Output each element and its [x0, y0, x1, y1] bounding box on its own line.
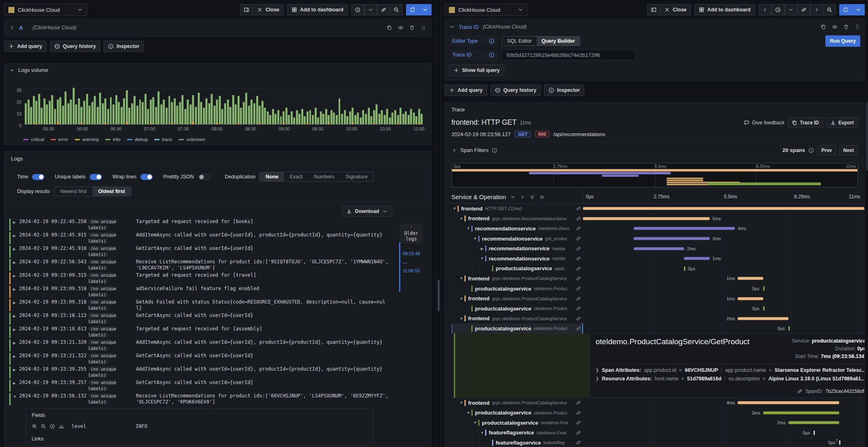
- collapse-one-icon[interactable]: [510, 194, 516, 200]
- legend-item-unknown[interactable]: unknown: [179, 137, 205, 142]
- log-expand-chevron[interactable]: ▶: [13, 353, 19, 365]
- log-row[interactable]: ▼2024-02-19 09:23:56.132(no unique label…: [9, 392, 390, 406]
- legend-item-info[interactable]: info: [105, 137, 121, 142]
- info-icon[interactable]: [489, 52, 494, 58]
- span-expand-chevron[interactable]: ▼: [472, 421, 478, 425]
- run-query-button[interactable]: Run Query: [825, 35, 860, 47]
- zoom-out-filter-icon[interactable]: [41, 423, 46, 429]
- span-expand-chevron[interactable]: ▼: [458, 297, 464, 301]
- query-history-button-right[interactable]: Query history: [490, 85, 541, 96]
- log-row[interactable]: ▶2024-02-19 09:23:18.113(no unique label…: [9, 312, 390, 325]
- span-duration-tick[interactable]: [763, 286, 764, 291]
- zoom-out-button-left[interactable]: [390, 4, 403, 15]
- drag-handle-icon[interactable]: [855, 24, 860, 30]
- span-duration-bar[interactable]: [684, 257, 709, 260]
- download-button[interactable]: Download: [342, 206, 392, 217]
- legend-item-critical[interactable]: critical: [23, 137, 44, 142]
- span-link-icon[interactable]: [576, 430, 581, 436]
- span-link-icon[interactable]: [576, 226, 581, 231]
- datasource-picker-right[interactable]: ClickHouse Cloud: [445, 4, 528, 16]
- span-duration-bar[interactable]: [738, 317, 788, 320]
- older-logs-button[interactable]: ⌃ Older logs: [399, 224, 423, 244]
- log-row[interactable]: ▶2024-02-19 09:23:09.315(no unique label…: [9, 271, 390, 285]
- order-option-oldest-first[interactable]: Oldest first: [93, 187, 131, 196]
- span-row[interactable]: ▼frontendHTTP GET (11ms): [451, 204, 864, 214]
- span-filters-chevron[interactable]: [451, 148, 457, 153]
- span-row[interactable]: ▼frontendgrpc.oteldemo.RecommendationSer…: [451, 214, 864, 224]
- refresh-button-right[interactable]: [839, 4, 852, 15]
- span-row[interactable]: ▼recommendationservice/otelde1ms: [451, 254, 864, 264]
- add-query-button-right[interactable]: Add query: [445, 85, 487, 96]
- span-expand-chevron[interactable]: ▼: [458, 276, 464, 280]
- span-duration-bar[interactable]: [583, 217, 710, 220]
- show-full-query-button[interactable]: Show full query: [449, 65, 504, 76]
- disable-query-icon[interactable]: [398, 25, 404, 30]
- dedup-option-none[interactable]: None: [260, 172, 284, 181]
- log-expand-chevron[interactable]: ▶: [13, 299, 19, 311]
- log-expand-chevron[interactable]: ▶: [13, 259, 19, 271]
- expand-all-icon[interactable]: [539, 194, 545, 200]
- span-row[interactable]: ▼frontendgrpc.oteldemo.ProductCatalogSer…: [451, 398, 864, 408]
- log-expand-chevron[interactable]: ▶: [13, 380, 19, 392]
- query-ref-letter[interactable]: A: [19, 25, 23, 31]
- span-row[interactable]: ▼featureflagservice/oteldemo.Feat0μs: [451, 428, 864, 438]
- toggle-visibility-icon[interactable]: [50, 423, 55, 429]
- legend-item-debug[interactable]: debug: [127, 137, 148, 142]
- expand-one-icon[interactable]: [520, 194, 525, 200]
- drag-handle-icon[interactable]: [421, 25, 426, 30]
- span-expand-chevron[interactable]: ▼: [458, 317, 464, 321]
- copy-trace-id-button[interactable]: Trace ID: [788, 117, 823, 128]
- span-link-icon[interactable]: [576, 246, 581, 252]
- time-toggle[interactable]: [32, 174, 44, 180]
- inspector-button-right[interactable]: Inspector: [544, 85, 584, 96]
- span-duration-bar[interactable]: [634, 227, 735, 230]
- refresh-button-left[interactable]: [406, 4, 419, 15]
- span-row[interactable]: productcatalogserviceoteldemo.Produc0μs: [451, 323, 864, 334]
- zoom-in-filter-icon[interactable]: [32, 423, 37, 429]
- log-row[interactable]: ▶2024-02-19 09:23:09.318(no unique label…: [9, 285, 390, 298]
- log-expand-chevron[interactable]: ▶: [13, 286, 19, 298]
- span-expand-chevron[interactable]: ▼: [451, 206, 458, 210]
- span-row[interactable]: ▼recommendationservice/oteldemo.Reco4ms: [451, 224, 864, 234]
- span-expand-chevron[interactable]: ▼: [458, 401, 464, 405]
- span-duration-tick[interactable]: [814, 430, 815, 435]
- span-row[interactable]: productcatalogserviceoteldemo.Produc0μs: [451, 284, 864, 294]
- span-duration-tick[interactable]: [684, 266, 685, 271]
- span-row[interactable]: productcatalogserviceoteldemo.Produc0μs: [451, 304, 864, 314]
- duplicate-query-icon[interactable]: [820, 24, 826, 30]
- span-row[interactable]: ▼frontendgrpc.oteldemo.ProductCatalogSer…: [451, 273, 864, 284]
- span-row[interactable]: featureflagservicefeatureflag0μs: [451, 438, 864, 447]
- divider-scrollbar-thumb[interactable]: [438, 280, 440, 311]
- time-shift-back-button[interactable]: [758, 4, 771, 15]
- editor-type-query-builder[interactable]: Query Builder: [537, 37, 580, 46]
- datasource-picker-left[interactable]: ClickHouse Cloud: [4, 4, 87, 16]
- span-filters-label[interactable]: Span Filters: [460, 147, 488, 153]
- span-link-icon[interactable]: [576, 286, 581, 291]
- duplicate-query-icon[interactable]: [386, 25, 392, 30]
- dedup-option-exact[interactable]: Exact: [284, 172, 308, 181]
- give-feedback-button[interactable]: Give feedback: [744, 120, 784, 126]
- log-row[interactable]: ▶2024-02-19 09:23:09.318(no unique label…: [9, 298, 390, 312]
- trace-minimap[interactable]: 0μs2.75ms5.5ms8.25ms11ms: [451, 163, 858, 187]
- wrap-lines-toggle[interactable]: [140, 174, 153, 180]
- span-duration-bar[interactable]: [738, 401, 839, 404]
- span-link-icon[interactable]: [576, 420, 581, 425]
- span-duration-tick[interactable]: [839, 440, 840, 445]
- editor-type-sql-editor[interactable]: SQL Editor: [502, 37, 537, 46]
- log-expand-chevron[interactable]: ▶: [13, 339, 19, 352]
- span-link-icon[interactable]: [576, 410, 581, 416]
- share-link-button-right[interactable]: [797, 4, 810, 15]
- split-close-right-button[interactable]: [647, 4, 660, 15]
- span-link-icon[interactable]: [576, 400, 581, 406]
- span-link-icon[interactable]: [576, 206, 581, 211]
- log-row[interactable]: ▶2024-02-19 09:23:21.320(no unique label…: [9, 339, 390, 352]
- query-collapse-chevron[interactable]: [9, 25, 15, 30]
- panel-collapse-chevron[interactable]: [9, 67, 15, 73]
- span-link-icon[interactable]: [576, 325, 581, 331]
- log-expand-chevron[interactable]: ▶: [13, 245, 19, 258]
- query-history-button-left[interactable]: Query history: [50, 41, 100, 52]
- span-duration-bar[interactable]: [738, 277, 763, 280]
- span-duration-bar[interactable]: [763, 411, 839, 414]
- add-to-dashboard-button-right[interactable]: Add to dashboard: [694, 4, 755, 15]
- log-row[interactable]: ▶2024-02-19 09:22:56.543(no unique label…: [9, 258, 390, 271]
